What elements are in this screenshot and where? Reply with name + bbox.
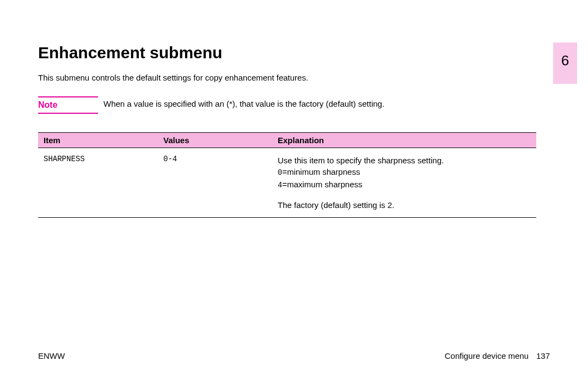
page-footer: ENWW Configure device menu 137	[38, 351, 550, 360]
footer-right: Configure device menu 137	[445, 351, 550, 360]
note-label: Note	[38, 96, 98, 114]
note-text: When a value is specified with an (*), t…	[103, 96, 384, 108]
note-block: Note When a value is specified with an (…	[38, 96, 485, 114]
chapter-tab: 6	[553, 42, 577, 84]
exp-line-2: 0=minimum sharpness	[278, 166, 531, 179]
settings-table: Item Values Explanation SHARPNESS 0-4 Us…	[38, 132, 536, 218]
cell-values: 0-4	[158, 152, 272, 213]
exp-line-3: 4=maximum sharpness	[278, 179, 531, 191]
page-title: Enhancement submenu	[38, 44, 485, 62]
cell-item: SHARPNESS	[38, 152, 158, 213]
exp-line-4: The factory (default) setting is 2.	[278, 199, 531, 211]
footer-page-number: 137	[536, 351, 550, 360]
footer-left: ENWW	[38, 351, 65, 360]
intro-text: This submenu controls the default settin…	[38, 73, 485, 82]
cell-explanation: Use this item to specify the sharpness s…	[272, 152, 536, 213]
th-values: Values	[158, 133, 272, 148]
page-content: Enhancement submenu This submenu control…	[0, 0, 523, 218]
table-row: SHARPNESS 0-4 Use this item to specify t…	[38, 148, 536, 218]
exp-line-1: Use this item to specify the sharpness s…	[278, 155, 531, 166]
table-header-row: Item Values Explanation	[38, 133, 536, 148]
th-item: Item	[38, 133, 158, 148]
footer-section: Configure device menu	[445, 351, 529, 360]
th-explanation: Explanation	[272, 133, 536, 148]
